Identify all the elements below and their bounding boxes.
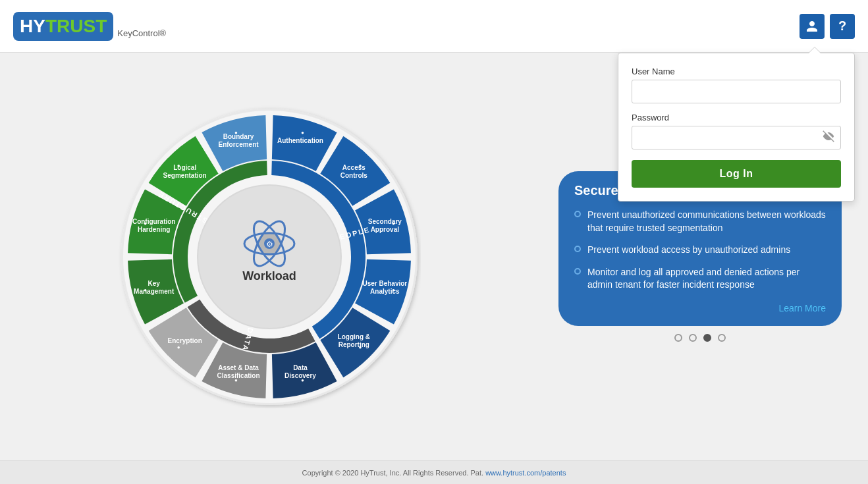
svg-text:●: ● — [358, 163, 362, 169]
svg-text:●: ● — [144, 286, 147, 292]
bullet-dot-2 — [574, 246, 581, 252]
username-input[interactable] — [632, 80, 841, 103]
svg-text:●: ● — [392, 220, 395, 226]
footer-text: Copyright © 2020 HyTrust, Inc. All Right… — [302, 469, 483, 477]
svg-text:●: ● — [392, 286, 395, 292]
logo-hy: HY — [20, 16, 45, 37]
svg-text:Boundary: Boundary — [223, 133, 254, 140]
eye-icon — [823, 130, 834, 142]
svg-text:●: ● — [177, 163, 180, 169]
svg-text:Asset & Data: Asset & Data — [218, 363, 259, 371]
svg-text:●: ● — [358, 344, 362, 350]
svg-text:Segmentation: Segmentation — [163, 172, 207, 179]
center-circle — [198, 186, 340, 328]
logo-trust: TRUST — [45, 16, 107, 37]
toggle-password-icon[interactable] — [823, 130, 834, 145]
bullet-3: Monitor and log all approved and denied … — [574, 266, 826, 292]
svg-text:⚙: ⚙ — [266, 240, 273, 249]
svg-text:●: ● — [234, 129, 238, 135]
carousel-dot-4[interactable] — [718, 334, 726, 342]
carousel-dot-2[interactable] — [689, 334, 697, 342]
svg-text:Authentication: Authentication — [277, 137, 323, 144]
wheel-diagram: BoundaryEnforcementAuthenticationAccessC… — [118, 105, 421, 408]
left-panel: BoundaryEnforcementAuthenticationAccessC… — [0, 53, 539, 460]
user-icon — [805, 20, 819, 33]
bullet-2: Prevent workload access by unauthorized … — [574, 244, 826, 257]
login-dropdown: User Name Password Log In — [618, 53, 855, 202]
login-button[interactable]: Log In — [632, 160, 841, 188]
logo-subtitle: KeyControl® — [117, 28, 166, 41]
svg-text:Configuration: Configuration — [132, 217, 176, 225]
svg-text:Secondary: Secondary — [368, 217, 402, 225]
carousel-dot-1[interactable] — [674, 334, 682, 342]
bullet-dot-1 — [574, 211, 581, 217]
svg-text:●: ● — [301, 129, 304, 135]
svg-text:Logging &: Logging & — [338, 333, 370, 340]
svg-text:●: ● — [144, 220, 147, 226]
svg-text:Access: Access — [342, 164, 366, 171]
carousel-dot-3[interactable] — [703, 334, 711, 342]
svg-text:Enforcement: Enforcement — [218, 141, 259, 148]
username-label: User Name — [632, 67, 841, 76]
wheel-container: BoundaryEnforcementAuthenticationAccessC… — [118, 105, 421, 408]
bullet-dot-3 — [574, 268, 581, 275]
svg-text:●: ● — [234, 377, 238, 383]
learn-more-link[interactable]: Learn More — [778, 303, 826, 313]
svg-text:Reporting: Reporting — [339, 340, 369, 348]
header: HY TRUST KeyControl® ? — [0, 0, 868, 53]
svg-text:Data: Data — [293, 363, 308, 371]
svg-text:●: ● — [177, 344, 180, 350]
password-wrapper — [632, 126, 841, 149]
svg-text:User Behavior: User Behavior — [362, 279, 407, 286]
bullet-text-2: Prevent workload access by unauthorized … — [587, 244, 790, 257]
footer-link[interactable]: www.hytrust.com/patents — [485, 469, 566, 477]
info-bullets: Prevent unauthorized communications betw… — [574, 209, 826, 292]
svg-text:●: ● — [301, 377, 304, 383]
svg-text:Hardening: Hardening — [138, 225, 170, 232]
footer: Copyright © 2020 HyTrust, Inc. All Right… — [0, 460, 868, 484]
svg-text:Key: Key — [148, 279, 161, 286]
password-label: Password — [632, 113, 841, 122]
center-workload-text: Workload — [242, 269, 296, 282]
bullet-1: Prevent unauthorized communications betw… — [574, 209, 826, 234]
svg-text:Management: Management — [134, 287, 175, 294]
help-icon: ? — [838, 18, 846, 34]
svg-text:Classification: Classification — [217, 371, 260, 379]
help-icon-button[interactable]: ? — [830, 14, 855, 39]
bullet-text-1: Prevent unauthorized communications betw… — [587, 209, 826, 234]
learn-more: Learn More — [574, 302, 826, 314]
svg-text:Approval: Approval — [371, 225, 400, 232]
logo-box: HY TRUST — [13, 12, 113, 41]
logo-area: HY TRUST KeyControl® — [13, 12, 166, 41]
svg-text:Analytics: Analytics — [370, 287, 400, 294]
carousel-dots — [674, 334, 726, 342]
user-icon-button[interactable] — [800, 14, 825, 39]
password-input[interactable] — [632, 126, 841, 149]
svg-text:Encryption: Encryption — [168, 336, 202, 344]
header-icons: ? — [800, 14, 855, 39]
svg-text:Controls: Controls — [340, 172, 368, 179]
bullet-text-3: Monitor and log all approved and denied … — [587, 266, 826, 292]
